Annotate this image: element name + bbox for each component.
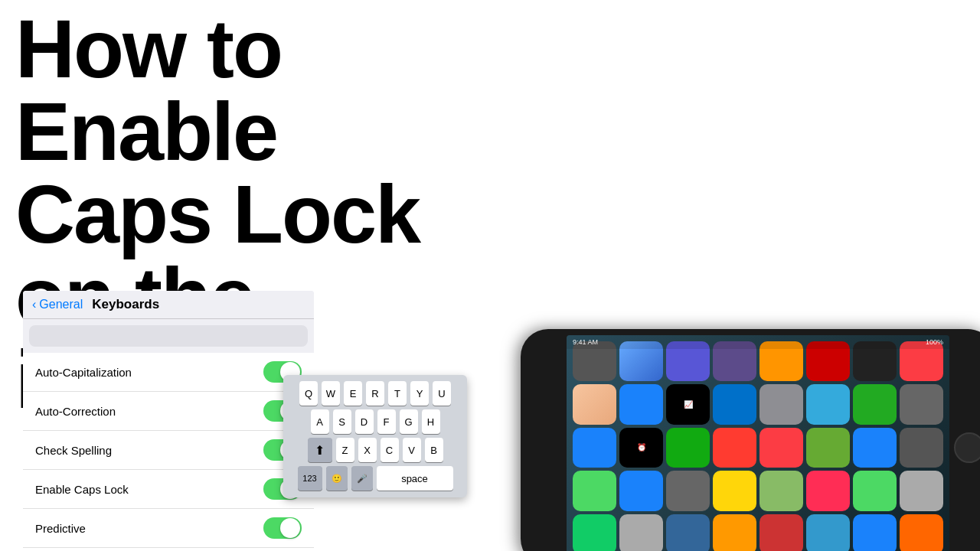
auto-correction-label: Auto-Correction xyxy=(35,405,116,418)
app-grid: 📈 ⏰ xyxy=(567,335,949,551)
row-predictive: Predictive xyxy=(23,509,314,548)
status-bar: 9:41 AM 100% xyxy=(567,335,949,349)
key-w[interactable]: W xyxy=(322,381,340,406)
key-a[interactable]: A xyxy=(311,409,329,434)
app-icon-safari[interactable] xyxy=(806,384,850,424)
app-icon-photos[interactable] xyxy=(573,384,616,424)
app-icon-gray1[interactable] xyxy=(900,384,943,424)
iphone-device: 9:41 AM 100% 📈 ⏰ xyxy=(521,329,980,551)
key-f[interactable]: F xyxy=(377,409,396,434)
chevron-left-icon: ‹ xyxy=(32,298,36,311)
settings-nav: ‹ General Keyboards xyxy=(23,291,314,319)
app-icon-dark2[interactable] xyxy=(900,428,943,468)
keyboard-row-2: A S D F G H xyxy=(286,409,464,434)
key-b[interactable]: B xyxy=(425,438,443,462)
app-icon-a5[interactable] xyxy=(760,514,803,551)
app-icon-a8[interactable] xyxy=(900,514,943,551)
key-shift[interactable]: ⬆ xyxy=(308,438,332,462)
app-icon-mail[interactable] xyxy=(853,428,897,468)
nav-title: Keyboards xyxy=(92,297,159,312)
search-bar[interactable] xyxy=(29,325,308,347)
nav-back-label: General xyxy=(39,298,83,311)
app-icon-light[interactable] xyxy=(900,471,943,510)
key-emoji[interactable]: 🙂 xyxy=(326,466,348,491)
check-spelling-label: Check Spelling xyxy=(35,444,112,457)
row-auto-capitalization: Auto-Capitalization xyxy=(23,353,314,392)
app-icon-tunesstore[interactable] xyxy=(760,428,803,468)
key-q[interactable]: Q xyxy=(299,381,318,406)
key-y[interactable]: Y xyxy=(410,381,429,406)
app-icon-notes[interactable] xyxy=(713,471,756,510)
app-icon-health[interactable] xyxy=(806,471,850,510)
predictive-label: Predictive xyxy=(35,522,86,535)
key-t[interactable]: T xyxy=(388,381,407,406)
nav-back-button[interactable]: ‹ General xyxy=(32,298,83,311)
app-icon-green1[interactable] xyxy=(853,384,897,424)
app-icon-twitter[interactable] xyxy=(573,428,616,468)
iphone-home-button[interactable] xyxy=(954,432,980,463)
status-battery: 100% xyxy=(926,338,943,346)
app-icon-a4[interactable] xyxy=(713,514,756,551)
key-g[interactable]: G xyxy=(400,409,418,434)
app-icon-passbook[interactable] xyxy=(806,428,850,468)
key-mic[interactable]: 🎤 xyxy=(351,466,373,491)
key-x[interactable]: X xyxy=(358,438,377,462)
key-d[interactable]: D xyxy=(355,409,374,434)
app-icon-green2[interactable] xyxy=(666,428,710,468)
app-icon-clock[interactable]: ⏰ xyxy=(619,428,663,468)
app-icon-a7[interactable] xyxy=(853,514,897,551)
status-time: 9:41 AM xyxy=(573,338,598,346)
app-icon-appstore[interactable] xyxy=(713,384,756,424)
title-line1: How to Enable xyxy=(15,2,282,178)
app-icon-gray2[interactable] xyxy=(666,471,710,510)
key-r[interactable]: R xyxy=(366,381,384,406)
settings-panel: ‹ General Keyboards Auto-Capitalization … xyxy=(23,291,314,551)
app-icon-a2[interactable] xyxy=(619,514,663,551)
keyboard-row-bottom: 123 🙂 🎤 space xyxy=(286,466,464,491)
key-e[interactable]: E xyxy=(344,381,362,406)
app-icon-a3[interactable] xyxy=(666,514,710,551)
key-h[interactable]: H xyxy=(422,409,440,434)
keyboard-panel: Q W E R T Y U A S D F G H ⬆ Z X C V B 12… xyxy=(283,375,467,497)
settings-list: Auto-Capitalization Auto-Correction Chec… xyxy=(23,353,314,551)
app-icon-newsstand[interactable] xyxy=(760,471,803,510)
app-icon-reminders[interactable] xyxy=(713,428,756,468)
app-icon-stocks[interactable]: 📈 xyxy=(666,384,710,424)
key-s[interactable]: S xyxy=(333,409,351,434)
row-auto-correction: Auto-Correction xyxy=(23,392,314,431)
app-icon-weather[interactable] xyxy=(619,471,663,510)
auto-capitalization-label: Auto-Capitalization xyxy=(35,366,132,379)
app-icon-phone[interactable] xyxy=(853,471,897,510)
keyboard-row-1: Q W E R T Y U xyxy=(286,381,464,406)
key-c[interactable]: C xyxy=(381,438,399,462)
keyboard-row-3: ⬆ Z X C V B xyxy=(286,438,464,462)
app-icon-activity[interactable] xyxy=(573,514,616,551)
row-character-preview: Character Preview xyxy=(23,548,314,551)
key-space[interactable]: space xyxy=(377,466,453,491)
app-icon-maps[interactable] xyxy=(619,384,663,424)
key-numbers[interactable]: 123 xyxy=(298,466,322,491)
app-icon-settings[interactable] xyxy=(760,384,803,424)
key-v[interactable]: V xyxy=(403,438,421,462)
predictive-toggle[interactable] xyxy=(263,517,302,539)
row-check-spelling: Check Spelling xyxy=(23,431,314,470)
key-z[interactable]: Z xyxy=(336,438,354,462)
row-enable-caps-lock: Enable Caps Lock xyxy=(23,470,314,509)
app-icon-a6[interactable] xyxy=(806,514,850,551)
app-icon-messages[interactable] xyxy=(573,471,616,510)
key-u[interactable]: U xyxy=(433,381,451,406)
enable-caps-lock-label: Enable Caps Lock xyxy=(35,483,129,496)
iphone-screen: 9:41 AM 100% 📈 ⏰ xyxy=(567,335,949,551)
